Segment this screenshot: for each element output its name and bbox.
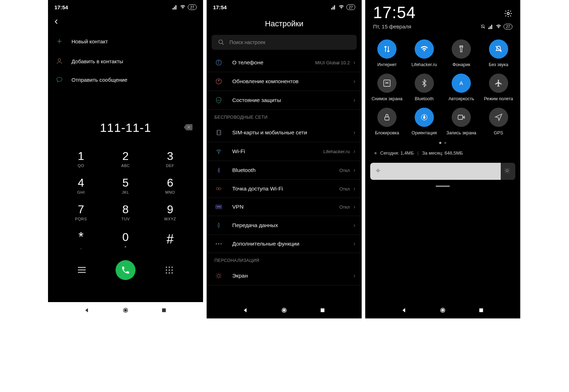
svg-point-25	[218, 153, 219, 154]
screenshot-icon	[383, 79, 391, 87]
settings-data[interactable]: Передача данных ›	[207, 216, 362, 235]
hotspot-icon	[214, 186, 223, 192]
key-9[interactable]: 9WXYZ	[148, 199, 192, 225]
key-6[interactable]: 6MNO	[148, 172, 192, 199]
record-icon	[457, 113, 466, 122]
back-button[interactable]	[48, 14, 203, 31]
svg-point-35	[283, 309, 285, 311]
page-dot-2[interactable]	[444, 142, 446, 144]
settings-more[interactable]: Дополнительные функции ›	[207, 235, 362, 253]
settings-vpn[interactable]: VPN VPN Откл ›	[207, 198, 362, 216]
new-contact-label: Новый контакт	[71, 38, 108, 44]
panel-handle[interactable]	[365, 182, 520, 187]
nav-recent-icon[interactable]	[478, 307, 484, 313]
bell-off-icon	[494, 45, 503, 53]
svg-point-30	[216, 243, 217, 244]
tile-gps[interactable]: GPS	[482, 108, 516, 135]
usage-month: За месяц: 648,5МБ	[422, 150, 463, 156]
page-dot-1[interactable]	[439, 142, 441, 144]
svg-rect-2	[78, 267, 86, 268]
tile-bluetooth[interactable]: Bluetooth	[408, 74, 441, 101]
search-icon	[218, 39, 224, 45]
nav-home-icon[interactable]	[122, 307, 129, 313]
nav-back-icon[interactable]	[84, 307, 90, 313]
location-icon	[494, 113, 503, 122]
chevron-right-icon: ›	[353, 241, 355, 247]
call-button[interactable]	[116, 260, 135, 280]
key-hash[interactable]: #	[148, 225, 192, 254]
usage-bullet-icon	[374, 152, 377, 154]
svg-point-13	[171, 272, 173, 274]
send-message-label: Отправить сообщение	[71, 77, 127, 83]
tile-airplane[interactable]: Режим полета	[482, 74, 516, 101]
brightness-high-icon	[504, 167, 510, 175]
nav-back-icon[interactable]	[243, 307, 249, 313]
settings-search[interactable]: Поиск настроек	[212, 35, 357, 50]
nav-bar	[365, 302, 520, 318]
tile-screenshot[interactable]: Снимок экрана	[370, 74, 404, 101]
key-3[interactable]: 3DEF	[148, 145, 192, 172]
tile-wifi[interactable]: Lifehacker.ru	[408, 39, 441, 67]
tile-autobrightness[interactable]: AАвтояркость	[445, 74, 478, 101]
section-wireless: БЕСПРОВОДНЫЕ СЕТИ	[207, 110, 362, 123]
settings-update[interactable]: Обновление компонентов ›	[207, 72, 362, 91]
svg-rect-23	[217, 130, 220, 135]
settings-hotspot[interactable]: Точка доступа Wi-Fi Откл ›	[207, 180, 362, 198]
tile-orientation[interactable]: Ориентация	[408, 108, 441, 135]
settings-security[interactable]: Состояние защиты ›	[207, 91, 362, 110]
settings-wifi[interactable]: Wi-Fi Lifehacker.ru ›	[207, 142, 362, 161]
usage-today: Сегодня: 1,4МБ	[380, 150, 414, 156]
backspace-button[interactable]	[183, 123, 193, 133]
key-4[interactable]: 4GHI	[59, 172, 103, 199]
svg-point-7	[171, 267, 173, 268]
key-8[interactable]: 8TUV	[103, 199, 148, 225]
settings-about[interactable]: О телефоне MIUI Global 10.2 ›	[207, 53, 362, 72]
signal-icon	[488, 24, 494, 29]
tile-flashlight[interactable]: Фонарик	[445, 39, 478, 67]
new-contact-action[interactable]: + Новый контакт	[55, 31, 196, 52]
svg-rect-3	[78, 269, 86, 270]
chevron-right-icon: ›	[353, 167, 355, 173]
dialpad-toggle-button[interactable]	[164, 266, 175, 274]
tile-lock[interactable]: Блокировка	[370, 108, 404, 135]
svg-text:VPN: VPN	[217, 206, 221, 208]
key-0[interactable]: 0+	[103, 225, 148, 254]
chevron-right-icon: ›	[353, 97, 355, 103]
svg-point-37	[507, 12, 509, 15]
mute-icon	[480, 24, 486, 29]
tile-internet[interactable]: Интернет	[370, 39, 404, 67]
airplane-icon	[494, 79, 503, 87]
nav-recent-icon[interactable]	[319, 307, 326, 313]
key-5[interactable]: 5JKL	[103, 172, 148, 199]
update-icon	[214, 78, 223, 85]
settings-gear-button[interactable]	[504, 9, 512, 19]
key-1[interactable]: 1QO	[59, 145, 103, 172]
svg-rect-43	[458, 115, 463, 119]
nav-recent-icon[interactable]	[161, 307, 167, 313]
tile-record[interactable]: Запись экрана	[445, 108, 478, 135]
svg-point-31	[218, 243, 219, 244]
svg-point-8	[166, 269, 167, 271]
key-2[interactable]: 2ABC	[103, 145, 148, 172]
settings-bluetooth[interactable]: Bluetooth Откл ›	[207, 161, 362, 180]
search-placeholder: Поиск настроек	[229, 39, 265, 45]
tile-mute[interactable]: Без звука	[482, 39, 516, 67]
add-to-contacts-action[interactable]: Добавить в контакты	[55, 52, 196, 70]
qs-tiles: Интернет Lifehacker.ru Фонарик Без звука…	[365, 34, 520, 138]
nav-home-icon[interactable]	[440, 307, 446, 313]
brightness-slider[interactable]	[370, 163, 515, 180]
nav-home-icon[interactable]	[281, 307, 287, 313]
wifi-icon	[339, 4, 344, 10]
status-icons: 27	[172, 4, 197, 10]
send-message-action[interactable]: Отправить сообщение	[55, 70, 196, 89]
number-display: 111-11-1	[48, 89, 203, 145]
settings-sim[interactable]: SIM-карты и мобильные сети ›	[207, 123, 362, 142]
settings-display[interactable]: Экран ›	[207, 267, 362, 285]
svg-point-33	[217, 274, 220, 277]
dialed-number: 111-11-1	[100, 121, 151, 135]
key-star[interactable]: *,	[59, 225, 103, 254]
menu-button[interactable]	[76, 267, 87, 273]
nav-back-icon[interactable]	[401, 307, 408, 313]
chevron-right-icon: ›	[353, 59, 355, 66]
key-7[interactable]: 7PQRS	[59, 199, 103, 225]
